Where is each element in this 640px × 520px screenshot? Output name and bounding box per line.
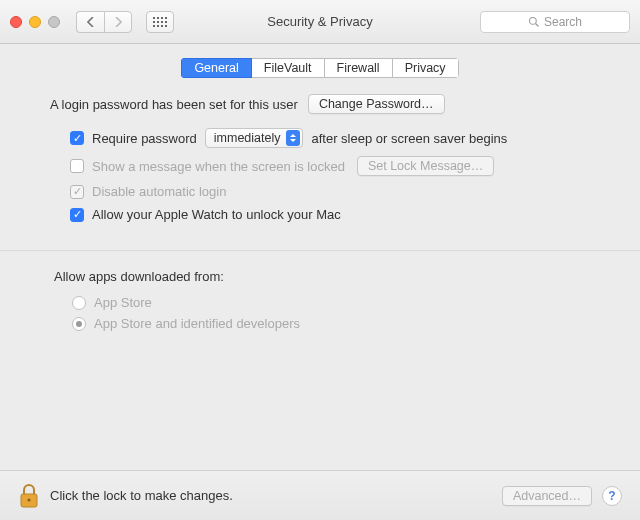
- require-password-delay-value: immediately: [214, 131, 281, 145]
- grid-icon: [153, 17, 167, 27]
- search-placeholder: Search: [544, 15, 582, 29]
- disable-auto-login-label: Disable automatic login: [92, 184, 226, 199]
- download-sources-heading: Allow apps downloaded from:: [54, 269, 606, 284]
- close-icon[interactable]: [10, 16, 22, 28]
- radio-icon: [72, 296, 86, 310]
- require-password-checkbox[interactable]: [70, 131, 84, 145]
- search-input[interactable]: Search: [480, 11, 630, 33]
- advanced-button[interactable]: Advanced…: [502, 486, 592, 506]
- radio-icon: [72, 317, 86, 331]
- download-source-label: App Store: [94, 295, 152, 310]
- download-sources-section: Allow apps downloaded from: App Store Ap…: [26, 269, 614, 344]
- search-icon: [528, 16, 540, 28]
- tab-bar: General FileVault Firewall Privacy: [26, 58, 614, 78]
- require-password-label-post: after sleep or screen saver begins: [311, 131, 507, 146]
- minimize-icon[interactable]: [29, 16, 41, 28]
- separator: [0, 250, 640, 251]
- show-message-option: Show a message when the screen is locked…: [54, 152, 606, 180]
- show-message-label: Show a message when the screen is locked: [92, 159, 345, 174]
- window-controls: [10, 16, 60, 28]
- download-source-identified: App Store and identified developers: [72, 313, 606, 334]
- download-source-appstore: App Store: [72, 292, 606, 313]
- lock-text: Click the lock to make changes.: [50, 488, 233, 503]
- chevron-updown-icon: [286, 130, 300, 146]
- require-password-label-pre: Require password: [92, 131, 197, 146]
- svg-point-0: [529, 17, 536, 24]
- disable-auto-login-option: Disable automatic login: [54, 180, 606, 203]
- login-section: A login password has been set for this u…: [26, 94, 614, 240]
- tab-privacy[interactable]: Privacy: [393, 58, 459, 78]
- titlebar: Security & Privacy Search: [0, 0, 640, 44]
- zoom-icon[interactable]: [48, 16, 60, 28]
- change-password-button[interactable]: Change Password…: [308, 94, 445, 114]
- require-password-option[interactable]: Require password immediately after sleep…: [54, 124, 606, 152]
- show-message-checkbox: [70, 159, 84, 173]
- forward-button[interactable]: [104, 11, 132, 33]
- show-all-button[interactable]: [146, 11, 174, 33]
- set-lock-message-button: Set Lock Message…: [357, 156, 494, 176]
- lock-icon[interactable]: [18, 483, 40, 509]
- nav-buttons: [76, 11, 132, 33]
- disable-auto-login-checkbox: [70, 185, 84, 199]
- content: General FileVault Firewall Privacy A log…: [0, 44, 640, 344]
- apple-watch-option[interactable]: Allow your Apple Watch to unlock your Ma…: [54, 203, 606, 226]
- tab-firewall[interactable]: Firewall: [325, 58, 393, 78]
- apple-watch-label: Allow your Apple Watch to unlock your Ma…: [92, 207, 341, 222]
- login-password-text: A login password has been set for this u…: [50, 97, 298, 112]
- footer: Click the lock to make changes. Advanced…: [0, 470, 640, 520]
- back-button[interactable]: [76, 11, 104, 33]
- tab-filevault[interactable]: FileVault: [252, 58, 325, 78]
- svg-point-3: [27, 498, 30, 501]
- require-password-delay-select[interactable]: immediately: [205, 128, 304, 148]
- svg-line-1: [535, 23, 538, 26]
- apple-watch-checkbox[interactable]: [70, 208, 84, 222]
- download-source-label: App Store and identified developers: [94, 316, 300, 331]
- tab-general[interactable]: General: [181, 58, 251, 78]
- help-button[interactable]: ?: [602, 486, 622, 506]
